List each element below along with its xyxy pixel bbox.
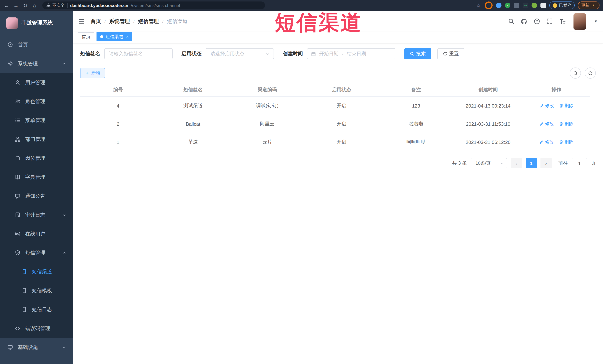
col-header-sign: 短信签名 — [156, 83, 230, 97]
trash-icon — [559, 122, 563, 126]
breadcrumb: 首页 / 系统管理 / 短信管理 / 短信渠道 — [91, 18, 188, 25]
add-button[interactable]: ＋ 新增 — [80, 68, 105, 78]
breadcrumb-sms[interactable]: 短信管理 — [138, 18, 159, 25]
search-button-label: 搜索 — [416, 50, 426, 57]
sidebar-item-sms-template[interactable]: 短信模板 — [0, 281, 73, 300]
home-icon[interactable]: ⌂ — [32, 2, 37, 8]
font-size-icon[interactable] — [559, 18, 566, 25]
extension-gray-icon[interactable] — [514, 3, 519, 8]
post-badge-icon — [15, 155, 20, 161]
chevron-up-icon — [62, 251, 66, 254]
delete-link[interactable]: 删除 — [559, 121, 573, 127]
refresh-icon — [588, 71, 593, 76]
toggle-search-button[interactable] — [570, 67, 581, 79]
sidebar-item-role-management[interactable]: 角色管理 — [0, 92, 73, 111]
search-icon — [410, 52, 414, 56]
back-icon[interactable]: ← — [4, 2, 10, 8]
extension-blue-icon[interactable] — [496, 3, 501, 8]
refresh-table-button[interactable] — [585, 67, 596, 79]
search-icon — [573, 71, 578, 76]
extension-orange-icon[interactable] — [485, 1, 493, 9]
next-page-button[interactable]: › — [540, 158, 552, 168]
sidebar-item-dict-management[interactable]: 字典管理 — [0, 168, 73, 187]
sidebar-item-dept-management[interactable]: 部门管理 — [0, 130, 73, 149]
chevron-down-icon[interactable]: ▼ — [594, 19, 598, 23]
fullscreen-icon[interactable] — [546, 18, 553, 24]
search-icon[interactable] — [508, 18, 514, 24]
app-logo[interactable]: 芋道管理系统 — [0, 11, 73, 35]
close-icon[interactable]: × — [126, 34, 129, 39]
forward-icon[interactable]: → — [13, 2, 19, 8]
help-icon[interactable] — [534, 18, 540, 24]
sidebar-item-online-users[interactable]: 在线用户 — [0, 224, 73, 243]
goto-page-input[interactable]: 1 — [572, 158, 587, 168]
phone-icon — [22, 288, 27, 293]
update-browser-button[interactable]: 更新 ⋮ — [578, 1, 600, 9]
delete-link[interactable]: 删除 — [559, 102, 573, 109]
paused-profile-badge[interactable]: 已暂停 — [549, 1, 575, 9]
edit-link[interactable]: 修改 — [539, 139, 554, 145]
sidebar-item-user-management[interactable]: 用户管理 — [0, 73, 73, 92]
dictionary-icon — [15, 174, 20, 180]
edit-link[interactable]: 修改 — [539, 102, 554, 109]
search-button[interactable]: 搜索 — [404, 48, 431, 59]
sidebar-item-sms-management[interactable]: 短信管理 — [0, 243, 73, 262]
site-security[interactable]: 不安全 — [46, 3, 65, 8]
sidebar-item-error-code[interactable]: 错误码管理 — [0, 319, 73, 338]
search-form: 短信签名 请输入短信签名 启用状态 请选择启用状态 创建时间 开始日期 - 结 — [80, 48, 596, 59]
reset-button[interactable]: 重置 — [437, 48, 464, 59]
bookmark-star-icon[interactable]: ☆ — [475, 2, 481, 8]
cell-actions: 修改 删除 — [523, 133, 590, 151]
sidebar-item-label: 审计日志 — [25, 211, 45, 218]
reload-icon[interactable]: ↻ — [22, 2, 28, 8]
user-avatar[interactable] — [573, 13, 586, 30]
sidebar-item-infrastructure[interactable]: 基础设施 — [0, 338, 73, 357]
time-label: 创建时间 — [283, 50, 303, 57]
roles-icon — [15, 99, 20, 104]
tab-label: 短信渠道 — [105, 33, 123, 40]
page-size-select[interactable]: 10条/页 — [471, 158, 507, 168]
status-select[interactable]: 请选择启用状态 — [206, 48, 274, 59]
delete-link[interactable]: 删除 — [559, 139, 573, 145]
sign-input[interactable]: 请输入短信签名 — [104, 48, 173, 59]
sidebar-item-sms-channel[interactable]: 短信渠道 — [0, 262, 73, 281]
address-bar[interactable]: 不安全 dashboard.yudao.iocoder.cn/system/sm… — [42, 1, 265, 9]
edit-pencil-icon — [539, 103, 544, 108]
sidebar-item-label: 短信管理 — [25, 249, 45, 256]
page-number-current[interactable]: 1 — [526, 158, 537, 168]
tab-home[interactable]: 首页 — [78, 32, 94, 41]
audit-log-icon — [15, 212, 20, 218]
browser-menu-icon[interactable]: ⋮ — [591, 3, 596, 8]
date-range-picker[interactable]: 开始日期 - 结束日期 — [307, 48, 395, 59]
sidebar-item-post-management[interactable]: 岗位管理 — [0, 149, 73, 168]
sidebar-menu: 首页 系统管理 用户管理 角色管理 菜单管理 — [0, 35, 73, 357]
edit-link[interactable]: 修改 — [539, 121, 554, 127]
breadcrumb-home[interactable]: 首页 — [91, 18, 101, 25]
sidebar-toggle-icon[interactable] — [78, 18, 85, 24]
github-icon[interactable] — [521, 18, 527, 25]
tab-label: 首页 — [82, 33, 91, 40]
sidebar-item-sms-log[interactable]: 短信日志 — [0, 300, 73, 319]
sidebar-item-label: 通知公告 — [25, 193, 45, 199]
breadcrumb-system[interactable]: 系统管理 — [109, 18, 130, 25]
menu-list-icon — [15, 118, 20, 123]
extensions-puzzle-icon[interactable] — [540, 3, 546, 8]
sidebar-item-audit-log[interactable]: 审计日志 — [0, 205, 73, 224]
extension-on-badge-icon[interactable]: on — [523, 3, 528, 8]
sidebar-item-menu-management[interactable]: 菜单管理 — [0, 111, 73, 130]
refresh-icon — [443, 52, 447, 56]
cell-code: 阿里云 — [230, 115, 304, 133]
extension-green-check-icon[interactable]: ✓ — [505, 3, 510, 8]
sidebar-item-home[interactable]: 首页 — [0, 35, 73, 54]
sidebar-item-notice[interactable]: 通知公告 — [0, 187, 73, 205]
extension-plant-icon[interactable] — [532, 3, 537, 8]
prev-page-button[interactable]: ‹ — [511, 158, 522, 168]
cell-code: 云片 — [230, 133, 304, 151]
navbar-actions: ▼ — [508, 13, 598, 30]
range-separator: - — [342, 51, 344, 56]
sidebar-item-system-management[interactable]: 系统管理 — [0, 54, 73, 73]
sidebar-item-label: 系统管理 — [18, 60, 38, 67]
cell-actions: 修改 删除 — [523, 115, 590, 133]
tab-sms-channel[interactable]: 短信渠道 × — [96, 32, 132, 41]
sidebar-item-label: 角色管理 — [25, 98, 45, 105]
